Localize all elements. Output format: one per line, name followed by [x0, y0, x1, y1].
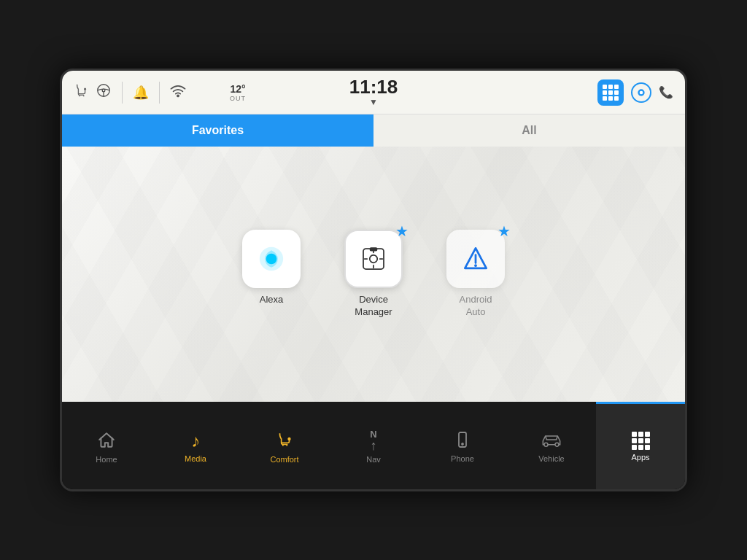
grid-button[interactable]	[597, 79, 624, 106]
nav-comfort[interactable]: Comfort	[240, 402, 329, 489]
svg-point-17	[462, 443, 463, 445]
svg-point-15	[288, 438, 290, 440]
seat-icon	[74, 82, 90, 102]
nav-media-label: Media	[185, 454, 206, 463]
grid-icon	[603, 85, 619, 101]
tab-all[interactable]: All	[374, 114, 685, 147]
nav-phone-label: Phone	[451, 454, 474, 463]
star-badge-device-manager: ★	[395, 224, 409, 238]
infotainment-screen: 🔔 12° OUT 11:18 ▼	[60, 69, 687, 491]
apps-icon	[632, 432, 650, 450]
android-auto-icon-wrapper: ★	[446, 230, 505, 288]
compass-icon: N ↑	[370, 429, 376, 452]
status-icons-right: 📞	[597, 79, 673, 106]
app-device-manager[interactable]: ★ DeviceManager	[344, 230, 403, 319]
phone-nav-icon	[454, 431, 471, 451]
status-icons-left: 🔔	[74, 82, 186, 104]
clock: 11:18	[349, 77, 398, 96]
alexa-icon-wrapper	[242, 230, 301, 288]
tab-favorites[interactable]: Favorites	[62, 114, 374, 147]
svg-point-14	[474, 264, 477, 267]
svg-point-3	[177, 95, 179, 96]
svg-point-18	[544, 443, 548, 446]
app-android-auto[interactable]: ★ AndroidAuto	[446, 230, 505, 319]
steering-icon	[96, 82, 112, 102]
phone-status-icon: 📞	[659, 85, 673, 99]
nav-apps-label: Apps	[631, 453, 649, 462]
android-auto-icon	[446, 230, 505, 288]
chevron-down-icon: ▼	[369, 97, 378, 107]
svg-rect-11	[370, 247, 378, 251]
main-content: Alexa ★ DeviceManager	[62, 147, 685, 402]
home-icon	[97, 430, 116, 452]
nav-apps[interactable]: Apps	[596, 402, 685, 489]
car-icon	[541, 431, 562, 451]
temperature-display: 12° OUT	[230, 83, 246, 102]
status-divider-2	[159, 82, 160, 104]
star-badge-android-auto: ★	[498, 224, 511, 238]
alexa-label: Alexa	[260, 294, 284, 306]
nav-vehicle[interactable]: Vehicle	[507, 402, 596, 489]
music-icon: ♪	[191, 431, 200, 451]
nav-media[interactable]: ♪ Media	[151, 402, 240, 489]
time-display-area[interactable]: 11:18 ▼	[349, 77, 398, 107]
tabs-container: Favorites All	[62, 114, 685, 147]
bottom-nav: Home ♪ Media Comfort N ↑	[62, 402, 685, 489]
svg-point-10	[370, 255, 378, 263]
status-bar: 🔔 12° OUT 11:18 ▼	[62, 71, 685, 114]
apps-grid: Alexa ★ DeviceManager	[91, 230, 656, 319]
voice-button[interactable]	[631, 82, 651, 103]
device-manager-icon	[344, 230, 403, 288]
app-alexa[interactable]: Alexa	[242, 230, 301, 306]
nav-comfort-label: Comfort	[270, 455, 298, 464]
device-manager-label: DeviceManager	[355, 294, 392, 319]
svg-point-5	[640, 90, 643, 94]
seat-comfort-icon	[275, 430, 294, 452]
nav-home[interactable]: Home	[62, 402, 151, 489]
nav-navigation[interactable]: N ↑ Nav	[329, 402, 418, 489]
svg-point-8	[266, 254, 277, 265]
status-divider	[122, 82, 123, 104]
svg-point-19	[555, 443, 559, 446]
nav-home-label: Home	[96, 455, 117, 464]
device-manager-icon-wrapper: ★	[344, 230, 403, 288]
nav-vehicle-label: Vehicle	[538, 454, 564, 463]
alexa-icon	[242, 230, 301, 288]
temp-value: 12°	[230, 83, 245, 95]
android-auto-label: AndroidAuto	[460, 294, 492, 319]
nav-nav-label: Nav	[366, 455, 381, 464]
wifi-icon	[170, 83, 186, 102]
nav-phone[interactable]: Phone	[418, 402, 507, 489]
bell-icon[interactable]: 🔔	[133, 85, 149, 101]
temp-label: OUT	[230, 95, 246, 102]
